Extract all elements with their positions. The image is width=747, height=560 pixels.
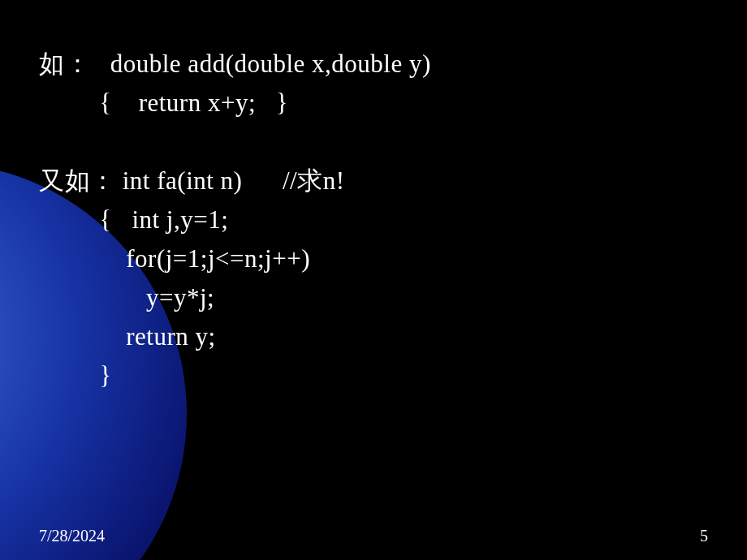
example2-line1: int fa(int n) //求n! — [123, 166, 345, 195]
example1-line1: double add(double x,double y) — [110, 50, 431, 78]
example2-line3: for(j=1;j<=n;j++) — [99, 244, 310, 273]
example2-line2: { int j,y=1; — [99, 205, 228, 234]
slide-content: 如： double add(double x,double y) { retur… — [39, 45, 431, 395]
example1-line2: { return x+y; } — [99, 88, 288, 117]
example1-label: 如： — [39, 50, 90, 78]
footer-date: 7/28/2024 — [39, 527, 105, 545]
footer-page-number: 5 — [700, 527, 708, 545]
example2-line6: } — [99, 361, 111, 390]
example2-line4: y=y*j; — [99, 283, 214, 312]
example2-line5: return y; — [99, 322, 215, 351]
example2-label: 又如： — [39, 166, 116, 195]
